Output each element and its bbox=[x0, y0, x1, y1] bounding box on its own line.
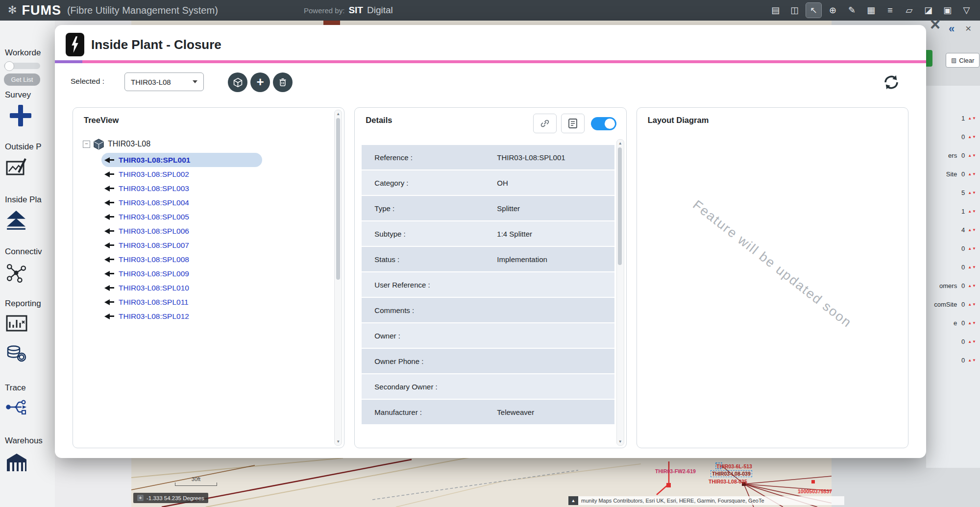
tree-item[interactable]: THIR03-L08:SPL008 bbox=[104, 252, 331, 266]
scroll-down-icon[interactable]: ▼ bbox=[617, 439, 624, 444]
reporting-chart-icon[interactable] bbox=[6, 314, 27, 336]
stat-value: 0 bbox=[960, 264, 965, 271]
scroll-thumb[interactable] bbox=[336, 118, 340, 280]
panel-collapse-icon[interactable]: « bbox=[949, 23, 955, 35]
sidebar-item-warehouse[interactable]: Warehous bbox=[5, 436, 43, 446]
workorders-slider[interactable] bbox=[4, 63, 40, 69]
modal-controls: Selected : THIR03-L08 + bbox=[70, 71, 911, 94]
trend-arrows-icon: ▲▼ bbox=[968, 209, 977, 214]
detail-value: Splitter bbox=[497, 204, 520, 213]
detail-label: Comments : bbox=[362, 306, 497, 314]
add-button[interactable]: + bbox=[250, 72, 270, 92]
detail-label: Owner Phone : bbox=[362, 357, 497, 365]
detail-label: User Reference : bbox=[362, 281, 497, 289]
tree-item[interactable]: THIR03-L08:SPL007 bbox=[104, 238, 331, 252]
tree-item[interactable]: THIR03-L08:SPL012 bbox=[104, 309, 331, 323]
splitter-bar bbox=[110, 188, 114, 189]
treeview-scrollbar[interactable]: ▲ ▼ bbox=[334, 110, 342, 446]
scroll-thumb[interactable] bbox=[618, 147, 622, 265]
stat-row-fragment: 1▲▼ bbox=[926, 202, 979, 220]
clear-button[interactable]: ▨ Clear bbox=[946, 53, 980, 68]
filter-icon[interactable]: ▽ bbox=[959, 3, 974, 18]
reporting-coins-icon[interactable] bbox=[6, 344, 27, 364]
tree-item[interactable]: THIR03-L08:SPL005 bbox=[104, 210, 331, 224]
sidebar-item-trace[interactable]: Trace bbox=[5, 383, 26, 393]
panel-close-icon[interactable]: × bbox=[965, 23, 971, 34]
trend-arrows-icon: ▲▼ bbox=[968, 339, 977, 344]
detail-row: Owner Phone : bbox=[362, 349, 614, 373]
sidebar-item-connectivity[interactable]: Connectiv bbox=[5, 247, 42, 257]
get-list-button[interactable]: Get List bbox=[4, 73, 40, 86]
tree-item[interactable]: THIR03-L08:SPL010 bbox=[104, 281, 331, 295]
collapse-expander-icon[interactable]: − bbox=[83, 141, 90, 148]
outside-plant-icon[interactable] bbox=[6, 158, 27, 179]
form-icon bbox=[567, 118, 578, 129]
hidden-green-button[interactable] bbox=[926, 50, 932, 67]
detail-label: Type : bbox=[362, 204, 497, 213]
form-view-button[interactable] bbox=[561, 114, 585, 133]
splitter-icon bbox=[104, 214, 114, 220]
delete-button[interactable] bbox=[273, 72, 293, 92]
tree-item[interactable]: THIR03-L08:SPL003 bbox=[104, 181, 331, 195]
tree-item[interactable]: THIR03-L08:SPL004 bbox=[104, 195, 331, 210]
watermark-text: Feature will be updated soon bbox=[690, 197, 855, 331]
sidebar-item-outside-plant[interactable]: Outside P bbox=[5, 142, 42, 152]
connectivity-icon[interactable] bbox=[6, 263, 26, 285]
closure-select-dropdown[interactable]: THIR03-L08 bbox=[124, 72, 204, 91]
slider-knob[interactable] bbox=[4, 61, 14, 71]
stat-value: 0 bbox=[960, 133, 965, 141]
map-feature-label[interactable]: THIR03-6L-513 bbox=[716, 463, 752, 469]
sidebar-item-survey[interactable]: Survey bbox=[5, 90, 31, 100]
list-icon[interactable]: ≡ bbox=[882, 3, 898, 18]
refresh-button[interactable] bbox=[881, 72, 902, 93]
tree-item[interactable]: THIR03-L08:SPL001 bbox=[101, 153, 262, 167]
edit-icon[interactable]: ✎ bbox=[844, 3, 859, 18]
stat-value: 0 bbox=[960, 152, 965, 159]
selected-label: Selected : bbox=[71, 77, 104, 86]
splitter-icon bbox=[104, 257, 114, 263]
splitter-bar bbox=[110, 173, 114, 175]
tree-root[interactable]: − THIR03-L08 bbox=[83, 136, 331, 152]
globe-icon[interactable]: ⊕ bbox=[825, 3, 840, 18]
tree-item[interactable]: THIR03-L08:SPL006 bbox=[104, 224, 331, 238]
detail-row: Category :OH bbox=[362, 170, 614, 195]
detail-row: Owner : bbox=[362, 323, 614, 348]
tree-item[interactable]: THIR03-L08:SPL009 bbox=[104, 266, 331, 281]
notes-icon[interactable]: ◫ bbox=[787, 3, 802, 18]
stat-value: 1 bbox=[960, 115, 965, 122]
trace-icon[interactable] bbox=[6, 399, 27, 417]
details-scrollbar[interactable]: ▲ ▼ bbox=[616, 139, 624, 446]
save-icon[interactable]: ▣ bbox=[940, 3, 955, 18]
scroll-down-icon[interactable]: ▼ bbox=[335, 439, 342, 444]
accent-bar-pink bbox=[82, 60, 926, 63]
sidebar-item-reporting[interactable]: Reporting bbox=[5, 299, 41, 309]
map-feature-label[interactable]: THIR03-L08-035 bbox=[709, 479, 747, 484]
layers-icon[interactable]: ▱ bbox=[902, 3, 917, 18]
scroll-up-icon[interactable]: ▲ bbox=[617, 141, 624, 145]
sidebar-item-workorders[interactable]: Workorde bbox=[5, 48, 41, 58]
sidebar-item-inside-plant[interactable]: Inside Pla bbox=[5, 195, 42, 205]
apps-grid-icon[interactable]: ▦ bbox=[863, 3, 879, 18]
details-toggle[interactable] bbox=[591, 117, 616, 130]
tree-item[interactable]: THIR03-L08:SPL011 bbox=[104, 295, 331, 309]
tree-item[interactable]: THIR03-L08:SPL002 bbox=[104, 167, 331, 181]
map-feature-label[interactable]: THIR03-L08-039 bbox=[710, 470, 752, 477]
detail-value: THIR03-L08:SPL001 bbox=[497, 153, 565, 162]
survey-add-icon[interactable] bbox=[10, 105, 31, 126]
sidebar: Workorde Get List Survey Outside P Insid… bbox=[0, 21, 55, 507]
modal-close-button[interactable]: × bbox=[930, 16, 940, 33]
warehouse-icon[interactable] bbox=[6, 453, 27, 474]
inside-plant-icon[interactable] bbox=[6, 211, 26, 232]
scroll-up-icon[interactable]: ▲ bbox=[335, 112, 342, 116]
select-tool-icon[interactable]: ↖ bbox=[806, 3, 821, 18]
map-feature-label[interactable]: 100050375537 bbox=[798, 488, 832, 494]
attribution-expand-icon[interactable]: ▲ bbox=[568, 496, 578, 505]
print-icon[interactable]: ▤ bbox=[768, 3, 783, 18]
cube-icon bbox=[233, 77, 243, 88]
splitter-bar bbox=[110, 301, 114, 303]
tree-item-label: THIR03-L08:SPL005 bbox=[119, 213, 189, 221]
map-feature-label[interactable]: THIR03-FW2-619 bbox=[655, 468, 696, 474]
link-button[interactable] bbox=[533, 114, 557, 133]
splitter-arrow bbox=[104, 299, 110, 305]
view-3d-button[interactable] bbox=[228, 72, 247, 92]
